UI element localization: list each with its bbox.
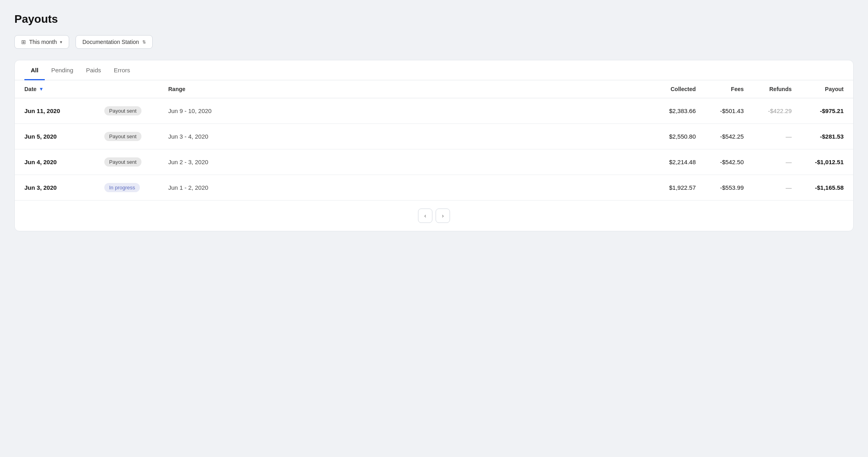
tab-all[interactable]: All <box>24 60 45 80</box>
status-badge-1: Payout sent <box>104 132 141 141</box>
cell-fees-1: -$542.25 <box>705 124 753 149</box>
tab-paids[interactable]: Paids <box>80 60 108 80</box>
date-filter-label: This month <box>29 39 57 45</box>
location-filter-button[interactable]: Documentation Station ⇅ <box>76 35 153 49</box>
cell-payout-2: -$1,012.51 <box>801 149 853 175</box>
col-status <box>95 80 159 98</box>
cell-payout-0: -$975.21 <box>801 98 853 124</box>
cell-refunds-2: — <box>753 149 801 175</box>
tab-errors[interactable]: Errors <box>108 60 137 80</box>
tabs-row: All Pending Paids Errors <box>15 60 853 80</box>
pagination-row: ‹ › <box>15 200 853 231</box>
table-row[interactable]: Jun 11, 2020 Payout sent Jun 9 - 10, 202… <box>15 98 853 124</box>
tab-pending[interactable]: Pending <box>45 60 80 80</box>
cell-range-2: Jun 2 - 3, 2020 <box>159 149 649 175</box>
calendar-icon: ⊞ <box>21 39 26 45</box>
status-badge-0: Payout sent <box>104 106 141 115</box>
cell-status-1: Payout sent <box>95 124 159 149</box>
table-header-row: Date ▼ Range Collected Fees Refunds Payo… <box>15 80 853 98</box>
location-filter-chevron-icon: ⇅ <box>142 40 146 45</box>
cell-collected-3: $1,922.57 <box>649 175 705 201</box>
cell-date-1: Jun 5, 2020 <box>15 124 95 149</box>
location-filter-label: Documentation Station <box>82 39 139 45</box>
cell-date-0: Jun 11, 2020 <box>15 98 95 124</box>
cell-payout-3: -$1,165.58 <box>801 175 853 201</box>
next-page-button[interactable]: › <box>436 209 450 223</box>
col-date[interactable]: Date ▼ <box>15 80 95 98</box>
col-range: Range <box>159 80 649 98</box>
cell-date-3: Jun 3, 2020 <box>15 175 95 201</box>
sort-icon: ▼ <box>39 86 44 92</box>
cell-status-0: Payout sent <box>95 98 159 124</box>
cell-refunds-0: -$422.29 <box>753 98 801 124</box>
cell-collected-1: $2,550.80 <box>649 124 705 149</box>
status-badge-2: Payout sent <box>104 157 141 167</box>
cell-status-2: Payout sent <box>95 149 159 175</box>
cell-collected-0: $2,383.66 <box>649 98 705 124</box>
cell-fees-0: -$501.43 <box>705 98 753 124</box>
table-row[interactable]: Jun 3, 2020 In progress Jun 1 - 2, 2020 … <box>15 175 853 201</box>
prev-page-button[interactable]: ‹ <box>418 209 432 223</box>
payouts-card: All Pending Paids Errors Date ▼ Range Co… <box>14 60 854 231</box>
col-fees: Fees <box>705 80 753 98</box>
cell-refunds-3: — <box>753 175 801 201</box>
col-collected: Collected <box>649 80 705 98</box>
payouts-table: Date ▼ Range Collected Fees Refunds Payo… <box>15 80 853 200</box>
cell-collected-2: $2,214.48 <box>649 149 705 175</box>
col-refunds: Refunds <box>753 80 801 98</box>
cell-payout-1: -$281.53 <box>801 124 853 149</box>
cell-fees-2: -$542.50 <box>705 149 753 175</box>
date-filter-chevron-icon: ▾ <box>60 40 62 45</box>
cell-range-0: Jun 9 - 10, 2020 <box>159 98 649 124</box>
cell-range-3: Jun 1 - 2, 2020 <box>159 175 649 201</box>
col-payout: Payout <box>801 80 853 98</box>
table-row[interactable]: Jun 5, 2020 Payout sent Jun 3 - 4, 2020 … <box>15 124 853 149</box>
cell-refunds-1: — <box>753 124 801 149</box>
table-row[interactable]: Jun 4, 2020 Payout sent Jun 2 - 3, 2020 … <box>15 149 853 175</box>
status-badge-3: In progress <box>104 183 140 192</box>
page-title: Payouts <box>14 13 854 26</box>
date-filter-button[interactable]: ⊞ This month ▾ <box>14 35 69 49</box>
filters-row: ⊞ This month ▾ Documentation Station ⇅ <box>14 35 854 49</box>
cell-date-2: Jun 4, 2020 <box>15 149 95 175</box>
cell-fees-3: -$553.99 <box>705 175 753 201</box>
cell-status-3: In progress <box>95 175 159 201</box>
cell-range-1: Jun 3 - 4, 2020 <box>159 124 649 149</box>
